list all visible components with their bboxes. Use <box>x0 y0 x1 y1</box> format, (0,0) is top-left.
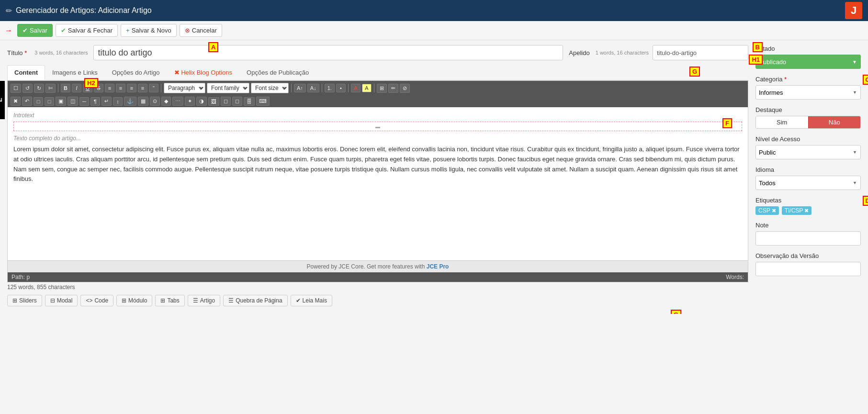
editor-btn2-enter[interactable]: ↵ <box>101 97 112 106</box>
editor-btn2-iframe[interactable]: ◻ <box>232 97 242 106</box>
editor-btn2-arrow[interactable]: ↶ <box>22 97 32 106</box>
editor-btn2-close[interactable]: ✖ <box>11 97 21 106</box>
annotation-H1: H1 <box>749 55 763 65</box>
editor-btn-font-color[interactable]: A <box>351 84 361 92</box>
btn-artigo[interactable]: ☰ Artigo <box>188 295 220 306</box>
destaque-label: Destaque <box>755 106 861 113</box>
editor-btn-bold[interactable]: B <box>61 84 70 92</box>
editor-btn-align-justify[interactable]: ≡ <box>138 84 147 92</box>
editor-btn-ordered-list[interactable]: 1. <box>325 84 335 92</box>
editor-btn2-target[interactable]: ⊙ <box>150 97 160 106</box>
editor-wrapper: E H2 ☐ ↺ ↻ ✄ B I U S ≡ ≡ ≡ ≡ " <box>7 80 748 282</box>
btn-modal[interactable]: ⊟ Modal <box>45 295 78 306</box>
editor-btn-italic[interactable]: I <box>72 84 81 92</box>
annotation-B: B <box>753 42 763 52</box>
annotation-A: A <box>208 42 218 52</box>
btn-quebra-de-pagina[interactable]: ☰ Quebra de Página <box>223 295 287 306</box>
editor-btn2-char[interactable]: ⌨ <box>256 97 270 106</box>
editor-btn2-anchor[interactable]: ⚓ <box>124 97 136 106</box>
observacao-input[interactable] <box>755 262 861 276</box>
editor-btn-new[interactable]: ☐ <box>11 84 21 93</box>
editor-btn2-divider[interactable]: ─ <box>79 97 89 106</box>
btn-sliders[interactable]: ⊞ Sliders <box>7 295 42 306</box>
save-check-icon: ✔ <box>23 27 28 34</box>
editor-btn2-updown[interactable]: ↕ <box>113 97 123 106</box>
note-input[interactable] <box>755 231 861 246</box>
code-icon: <> <box>86 297 92 304</box>
editor-btn-align-center[interactable]: ≡ <box>116 84 125 92</box>
save-button[interactable]: ✔ Salvar <box>17 24 53 37</box>
etiquetas-section: Etiquetas CSP ✖ TI/CSP ✖ D <box>755 197 861 215</box>
tab-opcoes-pub[interactable]: Opções de Publicação <box>239 65 316 80</box>
alias-group: Apelido 1 words, 16 characters B H1 <box>569 45 748 60</box>
editor-btn2-rect1[interactable]: □ <box>34 97 43 106</box>
idioma-label: Idioma <box>755 166 861 173</box>
editor-btn2-para[interactable]: ¶ <box>90 97 100 106</box>
editor-btn2-media[interactable]: ◻ <box>221 97 231 106</box>
categoria-select[interactable]: Informes Notícias Geral <box>755 85 861 100</box>
main-toolbar: I → ✔ Salvar ✔ Salvar & Fechar + Salvar … <box>0 21 868 40</box>
editor-btn2-image[interactable]: 🖼 <box>208 97 219 106</box>
quebra-label: Quebra de Página <box>236 297 282 304</box>
save-close-button[interactable]: ✔ Salvar & Fechar <box>56 24 118 37</box>
editor-btn-decrease-size[interactable]: A↓ <box>307 84 319 92</box>
editor-btn-redo[interactable]: ↻ <box>34 84 44 93</box>
save-label: Salvar <box>30 27 47 34</box>
estado-label: Estado <box>755 45 861 52</box>
editor-btn2-filled[interactable]: ▣ <box>56 97 66 106</box>
font-size-select[interactable]: Font size <box>251 83 289 93</box>
save-close-check-icon: ✔ <box>61 27 66 34</box>
idioma-select-wrapper: Todos English Português <box>755 176 861 190</box>
editor-btn-clear-format[interactable]: ✏ <box>388 84 398 93</box>
font-family-select[interactable]: Font family <box>207 83 249 93</box>
nivel-acesso-select[interactable]: Public Registered Special <box>755 145 861 159</box>
alias-input[interactable] <box>653 45 748 60</box>
editor-btn2-split[interactable]: ◫ <box>68 97 78 106</box>
editor-btn-increase-size[interactable]: A↑ <box>294 84 306 92</box>
editor-btn2-link[interactable]: ✦ <box>185 97 195 106</box>
paragraph-select[interactable]: Paragraph <box>164 83 205 93</box>
cancel-x-icon: ⊗ <box>185 27 190 34</box>
btn-leia-mais[interactable]: ✔ Leia Mais <box>291 295 332 306</box>
editor-btn-eraser[interactable]: ⊘ <box>400 84 410 93</box>
editor-footer-text: Powered by JCE Core. Get more features w… <box>307 263 427 270</box>
destaque-sim-button[interactable]: Sim <box>756 116 808 128</box>
editor-btn-unordered-list[interactable]: • <box>336 84 346 92</box>
tabs-row: Content Imagens e Links Opções do Artigo… <box>7 65 748 80</box>
editor-btn-highlight[interactable]: A <box>362 84 372 92</box>
tab-content[interactable]: Content <box>7 65 45 80</box>
editor-btn-undo[interactable]: ↺ <box>23 84 33 93</box>
editor-content-area[interactable]: Introtext F Texto completo do artigo... … <box>8 107 748 260</box>
destaque-row: Sim Não <box>755 116 861 129</box>
btn-modulo[interactable]: ⊞ Módulo <box>116 295 152 306</box>
tag-ti-csp-remove[interactable]: ✖ <box>804 208 809 214</box>
estado-select[interactable]: Publicado Não publicado Arquivado Lixeir… <box>755 55 861 69</box>
tab-helix-blog[interactable]: ✖ Helix Blog Options <box>167 65 240 80</box>
tab-opcoes-artigo[interactable]: Opções do Artigo <box>105 65 167 80</box>
editor-btn-quote[interactable]: " <box>149 84 158 92</box>
editor-btn2-special[interactable]: ◆ <box>161 97 171 106</box>
editor-btn2-rect2[interactable]: □ <box>45 97 54 106</box>
btn-tabs[interactable]: ⊞ Tabs <box>155 295 184 306</box>
destaque-nao-button[interactable]: Não <box>808 116 861 128</box>
jce-pro-link[interactable]: JCE Pro <box>427 263 449 270</box>
save-new-button[interactable]: + Salvar & Novo <box>121 24 177 37</box>
artigo-icon: ☰ <box>193 297 198 304</box>
editor-btn2-dots[interactable]: ⋯ <box>172 97 183 106</box>
editor-btn-align-left[interactable]: ≡ <box>105 84 114 92</box>
editor-btn-cut[interactable]: ✄ <box>45 84 56 93</box>
idioma-select[interactable]: Todos English Português <box>755 176 861 190</box>
editor-btn2-table2[interactable]: ▦ <box>138 97 148 106</box>
right-panel: Estado Publicado Não publicado Arquivado… <box>755 45 861 309</box>
editor-btn-align-right[interactable]: ≡ <box>127 84 136 92</box>
tag-csp-remove[interactable]: ✖ <box>772 208 776 214</box>
btn-code[interactable]: <> Code <box>80 295 113 306</box>
nivel-acesso-label: Nível de Acesso <box>755 135 861 143</box>
title-input[interactable] <box>93 45 563 60</box>
editor-toolbar-row1: H2 ☐ ↺ ↻ ✄ B I U S ≡ ≡ ≡ ≡ " Paragraph <box>8 81 748 95</box>
cancel-button[interactable]: ⊗ Cancelar <box>180 24 222 37</box>
editor-btn2-unlink[interactable]: ◑ <box>196 97 207 106</box>
editor-btn2-figure[interactable]: 🗄 <box>244 97 255 106</box>
separator2 <box>161 84 161 92</box>
editor-btn-table[interactable]: ⊞ <box>377 84 387 93</box>
